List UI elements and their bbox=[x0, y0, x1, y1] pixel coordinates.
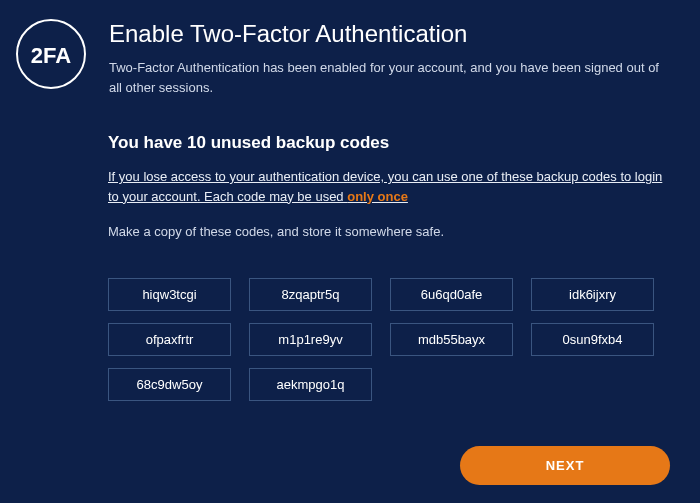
backup-code: 8zqaptr5q bbox=[249, 278, 372, 311]
backup-codes-warning: If you lose access to your authenticatio… bbox=[108, 167, 670, 206]
warning-highlight: only once bbox=[347, 189, 408, 204]
backup-codes-heading: You have 10 unused backup codes bbox=[108, 133, 670, 153]
next-button[interactable]: NEXT bbox=[460, 446, 670, 485]
page-subtitle: Two-Factor Authentication has been enabl… bbox=[109, 58, 670, 97]
two-factor-icon: 2FA bbox=[15, 18, 87, 94]
footer: NEXT bbox=[460, 446, 670, 485]
backup-codes-grid: hiqw3tcgi 8zqaptr5q 6u6qd0afe idk6ijxry … bbox=[108, 278, 670, 401]
backup-code: aekmpgo1q bbox=[249, 368, 372, 401]
backup-codes-instruction: Make a copy of these codes, and store it… bbox=[108, 222, 670, 242]
header: 2FA Enable Two-Factor Authentication Two… bbox=[0, 0, 700, 97]
backup-code: 6u6qd0afe bbox=[390, 278, 513, 311]
backup-code: idk6ijxry bbox=[531, 278, 654, 311]
header-text: Enable Two-Factor Authentication Two-Fac… bbox=[109, 18, 670, 97]
backup-code: hiqw3tcgi bbox=[108, 278, 231, 311]
backup-code: m1p1re9yv bbox=[249, 323, 372, 356]
page-title: Enable Two-Factor Authentication bbox=[109, 20, 670, 48]
backup-code: ofpaxfrtr bbox=[108, 323, 231, 356]
backup-code: mdb55bayx bbox=[390, 323, 513, 356]
main-content: You have 10 unused backup codes If you l… bbox=[0, 133, 700, 401]
backup-code: 0sun9fxb4 bbox=[531, 323, 654, 356]
icon-label: 2FA bbox=[31, 43, 71, 68]
backup-code: 68c9dw5oy bbox=[108, 368, 231, 401]
